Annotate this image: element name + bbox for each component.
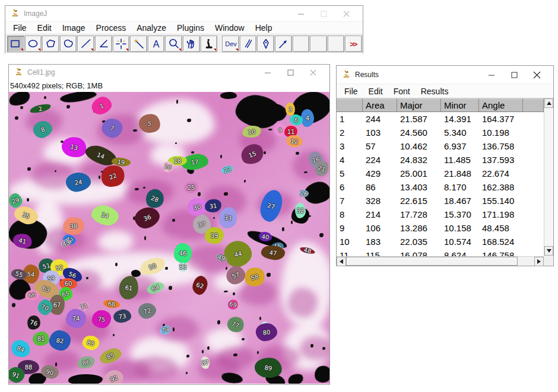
- black-speck: [282, 227, 284, 231]
- cell-number-label: 12: [290, 138, 299, 145]
- more-tools-button[interactable]: >>: [345, 36, 362, 52]
- scroll-right-button[interactable]: [534, 257, 544, 266]
- cell-number-label: 80: [262, 329, 271, 336]
- table-row[interactable]: 68613.4038.170162.388: [337, 180, 553, 194]
- point-tool-button[interactable]: [113, 36, 130, 52]
- line-tool-button[interactable]: [77, 36, 94, 52]
- table-row[interactable]: 124421.58714.391164.377: [337, 112, 553, 126]
- cell-number-label: 7: [109, 125, 115, 132]
- row-number: 8: [337, 208, 363, 221]
- cell-number-label: 51: [42, 262, 50, 270]
- menu-window[interactable]: Window: [210, 22, 250, 34]
- cell-number-label: 72: [142, 307, 151, 315]
- results-menu-edit[interactable]: Edit: [363, 85, 388, 97]
- table-row[interactable]: 542925.00121.84822.674: [337, 167, 553, 180]
- black-speck: [268, 129, 272, 130]
- row-value: 22.035: [397, 235, 441, 248]
- cell-number-label: 57: [231, 271, 240, 280]
- row-value: 5.340: [441, 126, 479, 139]
- empty-tool-slot-button[interactable]: [310, 36, 327, 52]
- menu-analyze[interactable]: Analyze: [131, 22, 172, 34]
- vertical-scroll-track[interactable]: [544, 108, 553, 246]
- table-row[interactable]: 910613.28610.15848.458: [337, 221, 553, 235]
- table-row[interactable]: 732822.61518.467155.140: [337, 194, 553, 208]
- cell-number-label: 36: [142, 213, 152, 222]
- empty-tool-slot-button[interactable]: [293, 36, 310, 52]
- black-speck: [233, 292, 235, 295]
- table-row[interactable]: 35710.4626.937136.758: [337, 139, 553, 153]
- zoom-tool-button[interactable]: [165, 36, 182, 52]
- window-title: Cell1.jpg: [27, 68, 55, 77]
- oval-tool-button[interactable]: [25, 36, 42, 52]
- empty-tool-slot-button[interactable]: [328, 36, 345, 52]
- close-button[interactable]: [302, 69, 324, 76]
- cell-number-label: 33: [224, 214, 232, 221]
- tool-dropdown-triangle: [214, 49, 216, 51]
- image-window-titlebar[interactable]: Cell1.jpg: [9, 65, 329, 80]
- cell-number-label: 41: [18, 237, 27, 245]
- black-speck: [319, 233, 324, 237]
- table-row[interactable]: 1111516.0788.624146.758: [337, 248, 553, 256]
- minimize-button[interactable]: [480, 72, 503, 78]
- column-header-area: Area: [363, 98, 397, 111]
- menu-process[interactable]: Process: [91, 22, 132, 34]
- minimize-button[interactable]: [256, 69, 279, 76]
- table-row[interactable]: 821417.72815.370171.198: [337, 208, 553, 221]
- results-table: AreaMajorMinorAngle 124421.58714.391164.…: [337, 98, 553, 266]
- black-speck: [169, 286, 172, 290]
- polygon-tool-button[interactable]: [42, 36, 59, 52]
- imagej-titlebar[interactable]: ImageJ: [5, 6, 363, 21]
- table-row[interactable]: 210324.5605.34010.198: [337, 126, 553, 139]
- row-value: [523, 208, 544, 221]
- cell-number-label: 66: [28, 291, 36, 298]
- vertical-scrollbar[interactable]: [544, 98, 553, 257]
- wand-tool-button[interactable]: [130, 36, 147, 52]
- black-speck: [291, 221, 293, 224]
- row-value: 18.467: [441, 194, 479, 208]
- scroll-left-button[interactable]: [337, 257, 346, 266]
- cell-number-label: 73: [118, 313, 126, 320]
- freehand-tool-button[interactable]: [60, 36, 77, 52]
- black-speck: [307, 215, 311, 217]
- cell-number-label: 61: [125, 284, 133, 291]
- results-menu-font[interactable]: Font: [388, 85, 416, 97]
- black-speck: [113, 334, 115, 336]
- close-button[interactable]: [525, 71, 548, 79]
- color-picker-button[interactable]: [201, 36, 218, 52]
- row-number: 11: [337, 248, 363, 256]
- brush-tool-button[interactable]: [240, 36, 257, 52]
- minimize-button[interactable]: [290, 11, 312, 17]
- arrow-tool-button[interactable]: [275, 36, 292, 52]
- table-row[interactable]: 1018322.03510.574168.524: [337, 235, 553, 248]
- scroll-down-button[interactable]: [544, 246, 553, 256]
- text-tool-button[interactable]: A: [148, 36, 165, 52]
- results-menu-file[interactable]: File: [339, 85, 363, 97]
- menu-image[interactable]: Image: [57, 22, 91, 34]
- menu-help[interactable]: Help: [250, 22, 278, 34]
- maximize-button[interactable]: [312, 11, 335, 17]
- maximize-button[interactable]: [503, 72, 525, 78]
- dev-menu-button[interactable]: Dev: [222, 36, 239, 52]
- results-menu-results[interactable]: Results: [416, 85, 454, 97]
- histology-image-canvas[interactable]: 1234567891011121314151617181920212223242…: [9, 92, 329, 384]
- cell-number-label: 53: [179, 264, 187, 270]
- table-row[interactable]: 422424.83211.485137.593: [337, 153, 553, 167]
- close-button[interactable]: [335, 11, 357, 17]
- horizontal-scroll-thumb[interactable]: [346, 257, 518, 266]
- cell-marker-4: 4: [301, 109, 314, 127]
- results-titlebar[interactable]: Results: [337, 66, 553, 84]
- scroll-up-button[interactable]: [544, 98, 553, 108]
- row-value: 24.560: [397, 126, 441, 139]
- maximize-button[interactable]: [279, 69, 302, 76]
- hand-tool-button[interactable]: [183, 36, 200, 52]
- angle-tool-button[interactable]: [95, 36, 112, 52]
- rectangle-tool-button[interactable]: [7, 36, 24, 52]
- horizontal-scrollbar[interactable]: [337, 256, 544, 266]
- menu-edit[interactable]: Edit: [32, 22, 57, 34]
- flood-fill-button[interactable]: [257, 36, 274, 52]
- menu-file[interactable]: File: [8, 22, 32, 34]
- row-value: 10.198: [479, 126, 523, 139]
- cell-number-label: 52: [55, 264, 64, 271]
- cell-number-label: 48: [303, 246, 312, 254]
- menu-plugins[interactable]: Plugins: [172, 22, 210, 34]
